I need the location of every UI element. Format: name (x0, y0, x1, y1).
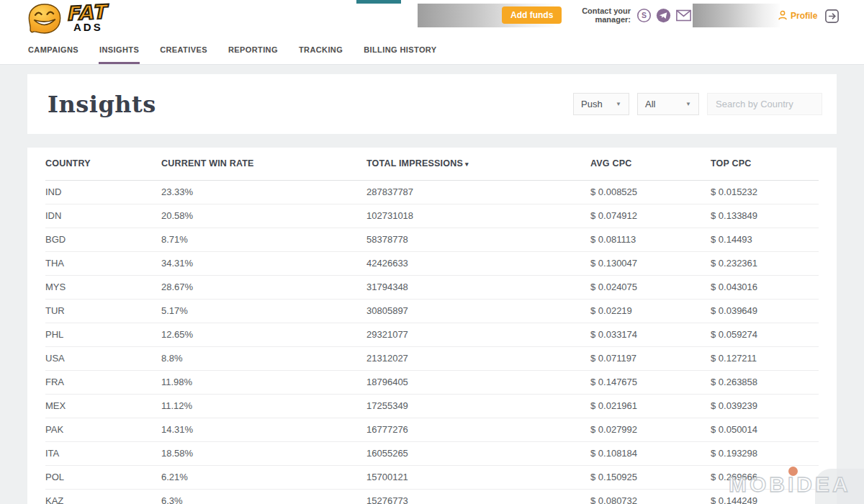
cell-win-rate: 34.31% (161, 251, 366, 275)
cell-top-cpc: $ 0.14493 (711, 228, 819, 251)
contact-line-2: manager: (576, 15, 631, 24)
cell-country: FRA (45, 370, 161, 394)
insights-table: COUNTRY CURRENT WIN RATE TOTAL IMPRESSIO… (45, 148, 819, 504)
ad-format-dropdown[interactable]: Push ▼ (573, 93, 629, 115)
table-row[interactable]: BGD 8.71% 58378778 $ 0.081113 $ 0.14493 (45, 228, 819, 251)
table-row[interactable]: ITA 18.58% 16055265 $ 0.108184 $ 0.19329… (45, 441, 819, 465)
table-row[interactable]: TUR 5.17% 30805897 $ 0.02219 $ 0.039649 (45, 299, 819, 323)
table-row[interactable]: POL 6.21% 15700121 $ 0.150925 $ 0.269666 (45, 465, 819, 489)
cell-impressions: 16777276 (366, 418, 590, 441)
cell-country: TUR (45, 299, 161, 323)
cell-win-rate: 8.71% (161, 228, 366, 251)
cell-avg-cpc: $ 0.071197 (590, 346, 711, 370)
chevron-down-icon: ▼ (685, 101, 691, 107)
cell-impressions: 31794348 (366, 275, 590, 299)
nav-item-insights[interactable]: INSIGHTS (99, 40, 140, 64)
insights-table-card: COUNTRY CURRENT WIN RATE TOTAL IMPRESSIO… (27, 148, 837, 504)
cell-country: BGD (45, 228, 161, 251)
table-row[interactable]: MEX 11.12% 17255349 $ 0.021961 $ 0.03923… (45, 394, 819, 418)
add-funds-button[interactable]: Add funds (502, 6, 562, 24)
period-dropdown[interactable]: All ▼ (637, 93, 699, 115)
cell-avg-cpc: $ 0.130047 (590, 251, 711, 275)
nav-item-tracking[interactable]: TRACKING (298, 40, 343, 64)
filters-bar: Push ▼ All ▼ (573, 93, 822, 115)
cell-avg-cpc: $ 0.024075 (590, 275, 711, 299)
cell-top-cpc: $ 0.039239 (711, 394, 819, 418)
manager-contact-icons: S (636, 8, 690, 23)
cell-impressions: 21312027 (366, 346, 590, 370)
cell-win-rate: 6.21% (161, 465, 366, 489)
logout-icon[interactable] (824, 8, 840, 24)
cell-win-rate: 12.65% (161, 323, 366, 346)
cell-impressions: 15700121 (366, 465, 590, 489)
page-title: Insights (48, 91, 156, 118)
cell-win-rate: 20.58% (161, 204, 366, 228)
cell-top-cpc: $ 0.043016 (711, 275, 819, 299)
cell-win-rate: 14.31% (161, 418, 366, 441)
cell-country: USA (45, 346, 161, 370)
table-row[interactable]: FRA 11.98% 18796405 $ 0.147675 $ 0.26385… (45, 370, 819, 394)
table-row[interactable]: IND 23.33% 287837787 $ 0.008525 $ 0.0152… (45, 180, 819, 204)
cell-country: PAK (45, 418, 161, 441)
table-row[interactable]: PHL 12.65% 29321077 $ 0.033174 $ 0.05927… (45, 323, 819, 346)
column-header-win-rate[interactable]: CURRENT WIN RATE (161, 148, 366, 180)
cell-country: MEX (45, 394, 161, 418)
logo-text-ads: ADS (73, 21, 103, 33)
cell-avg-cpc: $ 0.074912 (590, 204, 711, 228)
skype-icon[interactable]: S (636, 8, 652, 23)
table-row[interactable]: IDN 20.58% 102731018 $ 0.074912 $ 0.1338… (45, 204, 819, 228)
fatads-logo[interactable]: FAT ADS (26, 1, 134, 36)
column-header-country[interactable]: COUNTRY (45, 148, 161, 180)
table-row[interactable]: THA 34.31% 42426633 $ 0.130047 $ 0.23236… (45, 251, 819, 275)
search-country-input[interactable] (707, 93, 822, 115)
cell-impressions: 17255349 (366, 394, 590, 418)
nav-item-billing-history[interactable]: BILLING HISTORY (363, 40, 437, 64)
top-edge-teal-bar (356, 0, 401, 4)
cell-avg-cpc: $ 0.147675 (590, 370, 711, 394)
contact-line-1: Contact your (576, 6, 631, 15)
column-header-avg-cpc[interactable]: AVG CPC (590, 148, 711, 180)
cell-win-rate: 5.17% (161, 299, 366, 323)
cell-top-cpc: $ 0.263858 (711, 370, 819, 394)
telegram-icon[interactable] (656, 8, 671, 23)
cell-impressions: 16055265 (366, 441, 590, 465)
table-row[interactable]: MYS 28.67% 31794348 $ 0.024075 $ 0.04301… (45, 275, 819, 299)
cell-country: MYS (45, 275, 161, 299)
table-row[interactable]: USA 8.8% 21312027 $ 0.071197 $ 0.127211 (45, 346, 819, 370)
cell-avg-cpc: $ 0.008525 (590, 180, 711, 204)
nav-item-campaigns[interactable]: CAMPAIGNS (27, 40, 79, 64)
ad-format-value: Push (581, 99, 603, 109)
nav-item-reporting[interactable]: REPORTING (228, 40, 279, 64)
top-bar: FAT ADS Add funds Contact your manager: … (0, 0, 864, 65)
fatads-smiley-icon (26, 2, 63, 35)
table-row[interactable]: KAZ 6.3% 15276773 $ 0.080732 $ 0.144249 (45, 489, 819, 504)
mobidea-watermark: MOBIDEA (729, 472, 851, 497)
cell-impressions: 287837787 (366, 180, 590, 204)
table-row[interactable]: PAK 14.31% 16777276 $ 0.027992 $ 0.05001… (45, 418, 819, 441)
insights-header-card: Insights Push ▼ All ▼ (27, 74, 837, 134)
main-nav: CAMPAIGNS INSIGHTS CREATIVES REPORTING T… (27, 40, 438, 64)
cell-avg-cpc: $ 0.150925 (590, 465, 711, 489)
cell-avg-cpc: $ 0.033174 (590, 323, 711, 346)
period-value: All (645, 99, 655, 109)
cell-avg-cpc: $ 0.108184 (590, 441, 711, 465)
cell-avg-cpc: $ 0.02219 (590, 299, 711, 323)
cell-impressions: 58378778 (366, 228, 590, 251)
cell-win-rate: 23.33% (161, 180, 366, 204)
cell-top-cpc: $ 0.059274 (711, 323, 819, 346)
cell-impressions: 102731018 (366, 204, 590, 228)
cell-country: KAZ (45, 489, 161, 504)
table-body: IND 23.33% 287837787 $ 0.008525 $ 0.0152… (45, 180, 819, 504)
cell-country: POL (45, 465, 161, 489)
column-header-impressions[interactable]: TOTAL IMPRESSIONS▾ (366, 148, 590, 180)
column-header-top-cpc[interactable]: TOP CPC (711, 148, 819, 180)
chevron-down-icon: ▼ (616, 101, 621, 107)
nav-item-creatives[interactable]: CREATIVES (159, 40, 208, 64)
email-icon[interactable] (675, 8, 690, 23)
profile-button[interactable]: Profile (778, 10, 817, 21)
page-body: Insights Push ▼ All ▼ COUNTRY CURRENT WI… (0, 74, 864, 504)
cell-win-rate: 11.98% (161, 370, 366, 394)
cell-top-cpc: $ 0.232361 (711, 251, 819, 275)
table-header-row: COUNTRY CURRENT WIN RATE TOTAL IMPRESSIO… (45, 148, 819, 180)
cell-country: IND (45, 180, 161, 204)
